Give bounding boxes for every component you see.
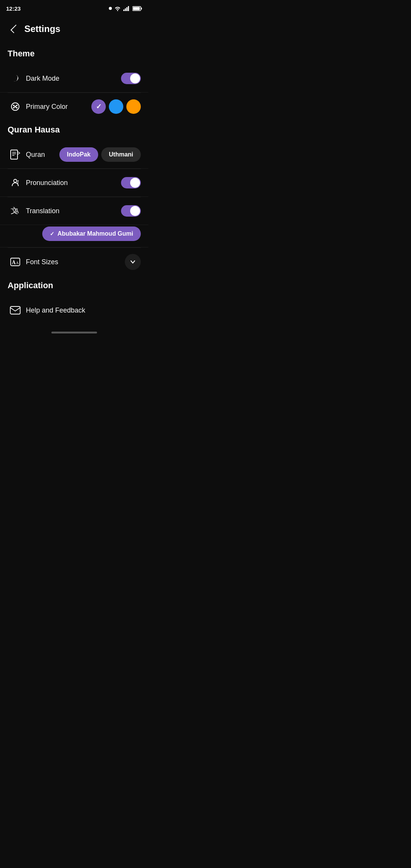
- quran-hausa-section: Quran Hausa Quran IndoPak Uthmani: [0, 120, 148, 276]
- quran-options: IndoPak Uthmani: [59, 147, 141, 162]
- notification-icon: [109, 7, 112, 10]
- svg-point-12: [16, 107, 18, 108]
- svg-rect-14: [11, 150, 18, 159]
- font-sizes-label: Font Sizes: [26, 258, 125, 266]
- back-button[interactable]: [6, 21, 21, 37]
- svg-text:A: A: [12, 260, 16, 265]
- theme-section: Theme Dark Mode Primary Color: [0, 44, 148, 120]
- application-section: Application Help and Feedback: [0, 276, 148, 324]
- translator-chip[interactable]: ✓ Abubakar Mahmoud Gumi: [42, 227, 141, 241]
- help-and-feedback-item[interactable]: Help and Feedback: [0, 297, 148, 324]
- moon-icon: [8, 71, 23, 86]
- home-indicator-area: [0, 324, 148, 337]
- translation-toggle-knob: [130, 206, 140, 216]
- primary-color-label: Primary Color: [26, 103, 91, 111]
- svg-point-10: [16, 105, 18, 106]
- chevron-down-icon: [129, 258, 137, 266]
- mail-icon: [8, 303, 23, 318]
- translation-label: Translation: [26, 207, 121, 215]
- svg-point-18: [14, 179, 17, 182]
- translator-name: Abubakar Mahmoud Gumi: [57, 230, 133, 237]
- pronunciation-label: Pronunciation: [26, 179, 121, 187]
- svg-rect-4: [128, 6, 129, 11]
- translator-chip-item[interactable]: ✓ Abubakar Mahmoud Gumi: [0, 225, 148, 247]
- pronunciation-icon: [8, 175, 23, 190]
- battery-icon: [132, 6, 142, 11]
- svg-text:A: A: [15, 208, 19, 214]
- color-options: [91, 99, 141, 114]
- svg-rect-6: [141, 8, 142, 10]
- check-icon: ✓: [50, 231, 54, 237]
- theme-section-label: Theme: [0, 44, 148, 65]
- quran-icon: [8, 147, 23, 162]
- svg-text:A: A: [16, 261, 19, 265]
- back-arrow-icon: [11, 25, 19, 34]
- status-bar: 12:23: [0, 0, 148, 17]
- pronunciation-item[interactable]: Pronunciation: [0, 169, 148, 197]
- svg-rect-2: [125, 8, 126, 11]
- font-sizes-icon: A A: [8, 254, 23, 270]
- pronunciation-toggle[interactable]: [121, 177, 141, 188]
- dark-mode-toggle[interactable]: [121, 73, 141, 84]
- header: Settings: [0, 17, 148, 44]
- palette-icon: [8, 99, 23, 114]
- color-orange[interactable]: [126, 99, 141, 114]
- application-section-label: Application: [0, 276, 148, 297]
- color-blue[interactable]: [109, 99, 123, 114]
- status-time: 12:23: [6, 5, 21, 12]
- quran-indopak-btn[interactable]: IndoPak: [59, 147, 98, 162]
- svg-rect-27: [10, 306, 20, 314]
- svg-rect-3: [126, 7, 127, 11]
- help-and-feedback-label: Help and Feedback: [26, 306, 141, 314]
- page-title: Settings: [24, 24, 61, 34]
- dark-mode-toggle-knob: [130, 73, 140, 83]
- home-indicator: [51, 332, 97, 333]
- color-purple[interactable]: [91, 99, 106, 114]
- pronunciation-toggle-knob: [130, 178, 140, 188]
- svg-point-13: [14, 106, 16, 108]
- font-sizes-item[interactable]: A A Font Sizes: [0, 248, 148, 276]
- signal-icon: [123, 6, 130, 11]
- quran-hausa-section-label: Quran Hausa: [0, 120, 148, 141]
- svg-point-11: [13, 107, 14, 108]
- svg-rect-1: [123, 10, 124, 11]
- primary-color-item[interactable]: Primary Color: [0, 93, 148, 120]
- dark-mode-item[interactable]: Dark Mode: [0, 65, 148, 93]
- quran-uthmani-btn[interactable]: Uthmani: [101, 147, 141, 162]
- font-size-dropdown-btn[interactable]: [125, 254, 141, 270]
- svg-point-0: [109, 7, 112, 10]
- dark-mode-label: Dark Mode: [26, 75, 121, 83]
- status-icons: [109, 6, 142, 11]
- translation-icon: 文 A: [8, 203, 23, 219]
- wifi-icon: [114, 6, 121, 11]
- translation-item[interactable]: 文 A Translation: [0, 197, 148, 225]
- svg-rect-7: [133, 7, 140, 10]
- quran-label: Quran: [26, 151, 59, 159]
- svg-point-9: [13, 105, 14, 106]
- quran-item[interactable]: Quran IndoPak Uthmani: [0, 141, 148, 169]
- translation-toggle[interactable]: [121, 205, 141, 217]
